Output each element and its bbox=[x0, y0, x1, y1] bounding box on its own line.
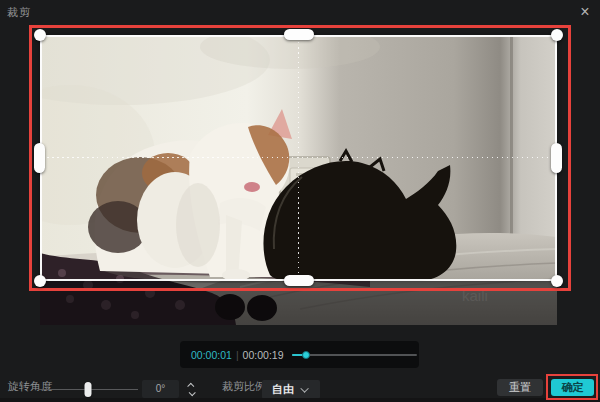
timeline-slider[interactable] bbox=[292, 341, 419, 368]
timecode-separator: | bbox=[236, 349, 239, 361]
ratio-label: 裁剪比例 bbox=[222, 379, 266, 394]
close-icon[interactable]: × bbox=[574, 1, 596, 23]
confirm-button[interactable]: 确定 bbox=[551, 379, 594, 396]
ratio-value: 自由 bbox=[272, 382, 294, 397]
crop-handle-bottom-right[interactable] bbox=[551, 275, 563, 287]
bottom-edge-strip bbox=[0, 398, 600, 402]
rotation-stepper[interactable] bbox=[184, 380, 198, 398]
chevron-down-icon bbox=[300, 384, 308, 392]
crop-region[interactable] bbox=[40, 35, 557, 281]
timeline-track[interactable] bbox=[292, 354, 417, 356]
crop-handle-left[interactable] bbox=[34, 143, 45, 173]
crop-handle-top-left[interactable] bbox=[34, 29, 46, 41]
crop-dim-area bbox=[40, 281, 557, 325]
rotation-angle-input[interactable]: 0° bbox=[142, 380, 179, 398]
crop-handle-bottom-left[interactable] bbox=[34, 275, 46, 287]
crop-guide-vertical bbox=[298, 37, 299, 279]
timecode-current: 00:00:01 bbox=[191, 349, 232, 361]
ratio-dropdown[interactable]: 自由 bbox=[262, 380, 320, 399]
crop-handle-bottom[interactable] bbox=[284, 275, 314, 286]
bottom-toolbar: 旋转角度 0° 裁剪比例 自由 重置 确定 bbox=[0, 372, 600, 398]
dialog-title: 裁剪 bbox=[7, 5, 31, 20]
rotation-handle[interactable] bbox=[85, 382, 92, 397]
crop-guide-horizontal bbox=[42, 157, 555, 158]
stepper-down-icon[interactable] bbox=[188, 389, 195, 396]
rotation-slider[interactable] bbox=[38, 372, 138, 398]
timeline-bar: 00:00:01 | 00:00:19 bbox=[180, 341, 419, 368]
reset-button[interactable]: 重置 bbox=[497, 379, 543, 396]
crop-handle-top-right[interactable] bbox=[551, 29, 563, 41]
crop-handle-right[interactable] bbox=[551, 143, 562, 173]
crop-handle-top[interactable] bbox=[284, 29, 314, 40]
crop-dialog: 裁剪 × bbox=[0, 0, 600, 402]
timecode-total: 00:00:19 bbox=[243, 349, 284, 361]
stepper-up-icon[interactable] bbox=[187, 382, 194, 389]
timeline-handle[interactable] bbox=[302, 351, 310, 359]
